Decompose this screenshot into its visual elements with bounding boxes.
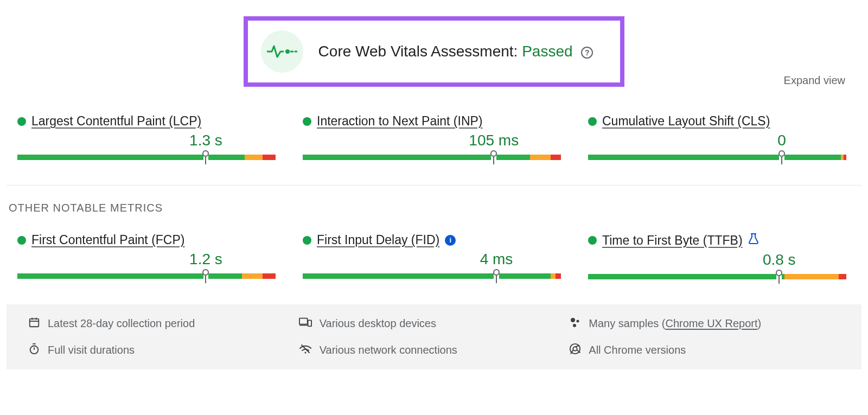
vitals-pulse-icon bbox=[261, 30, 303, 73]
bar-segment-red bbox=[551, 155, 561, 160]
metric-card: Largest Contentful Paint (LCP)1.3 s bbox=[17, 114, 276, 160]
section-divider bbox=[7, 185, 861, 186]
bar-segment-green-tail bbox=[208, 273, 242, 279]
calendar-icon bbox=[28, 316, 40, 331]
help-icon[interactable]: ? bbox=[581, 47, 593, 59]
chrome-ux-report-link[interactable]: Chrome UX Report bbox=[665, 317, 757, 329]
footer-collection-period: Latest 28-day collection period bbox=[28, 316, 299, 331]
metric-header: First Input Delay (FID)i bbox=[303, 233, 561, 247]
samples-icon bbox=[569, 316, 581, 331]
svg-point-6 bbox=[577, 320, 579, 323]
bar-segment-red bbox=[556, 273, 561, 279]
devices-icon bbox=[299, 316, 312, 331]
expand-view-link[interactable]: Expand view bbox=[784, 74, 845, 87]
footer-network: Various network connections bbox=[299, 343, 570, 357]
distribution-bar bbox=[303, 273, 561, 279]
bar-marker bbox=[490, 150, 497, 157]
metric-name-link[interactable]: Cumulative Layout Shift (CLS) bbox=[602, 114, 770, 129]
metric-bar-wrap bbox=[303, 136, 561, 160]
bar-segment-green-tail bbox=[208, 155, 245, 160]
bar-marker bbox=[493, 269, 500, 276]
assessment-status: Passed bbox=[522, 43, 572, 60]
footer-chrome: All Chrome versions bbox=[569, 343, 840, 357]
metric-body: 0 bbox=[588, 136, 846, 160]
svg-rect-2 bbox=[30, 319, 39, 327]
bar-segment-green-main bbox=[17, 155, 203, 160]
assessment-label: Core Web Vitals Assessment: bbox=[318, 43, 518, 60]
assessment-text: Core Web Vitals Assessment: Passed ? bbox=[318, 43, 593, 60]
metric-name-link[interactable]: Interaction to Next Paint (INP) bbox=[317, 114, 483, 129]
metric-card: First Contentful Paint (FCP)1.2 s bbox=[17, 233, 276, 279]
distribution-bar bbox=[588, 274, 846, 279]
svg-point-8 bbox=[30, 346, 39, 354]
metric-bar-wrap bbox=[17, 136, 276, 160]
metric-bar-wrap bbox=[17, 255, 276, 279]
footer-network-text: Various network connections bbox=[320, 344, 457, 356]
footer-durations-text: Full visit durations bbox=[48, 344, 135, 356]
bar-marker bbox=[778, 150, 785, 157]
bar-segment-green-main bbox=[588, 155, 779, 160]
status-dot bbox=[588, 236, 597, 245]
footer-chrome-text: All Chrome versions bbox=[589, 344, 686, 356]
metric-card: Cumulative Layout Shift (CLS)0 bbox=[588, 114, 846, 160]
bar-segment-orange bbox=[242, 273, 263, 279]
metric-body: 1.2 s bbox=[17, 255, 276, 279]
other-metrics-row: First Contentful Paint (FCP)1.2 sFirst I… bbox=[7, 233, 861, 279]
svg-rect-3 bbox=[299, 318, 308, 324]
bar-marker bbox=[202, 150, 209, 157]
info-icon[interactable]: i bbox=[445, 235, 456, 246]
metric-name-link[interactable]: First Input Delay (FID) bbox=[317, 233, 439, 247]
metric-card: First Input Delay (FID)i4 ms bbox=[303, 233, 561, 279]
metadata-footer: Latest 28-day collection period Various … bbox=[7, 304, 861, 369]
distribution-bar bbox=[17, 155, 276, 160]
metric-header: Cumulative Layout Shift (CLS) bbox=[588, 114, 846, 129]
metric-body: 1.3 s bbox=[17, 136, 276, 160]
bar-segment-red bbox=[263, 273, 276, 279]
distribution-bar bbox=[17, 273, 276, 279]
distribution-bar bbox=[588, 155, 846, 160]
bar-marker bbox=[776, 270, 782, 276]
bar-marker bbox=[202, 269, 209, 276]
bar-segment-green-tail bbox=[496, 155, 530, 160]
bar-segment-red bbox=[844, 155, 846, 160]
distribution-bar bbox=[303, 155, 561, 160]
stopwatch-icon bbox=[28, 343, 40, 357]
bar-segment-orange bbox=[245, 155, 263, 160]
bar-segment-orange bbox=[784, 274, 839, 279]
metric-name-link[interactable]: Time to First Byte (TTFB) bbox=[602, 233, 743, 248]
svg-point-7 bbox=[573, 324, 576, 327]
status-dot bbox=[588, 117, 597, 126]
bar-segment-green-main bbox=[303, 155, 491, 160]
svg-point-5 bbox=[571, 318, 575, 322]
metric-name-link[interactable]: Largest Contentful Paint (LCP) bbox=[31, 114, 201, 129]
bar-segment-green-main bbox=[17, 273, 203, 279]
status-dot bbox=[303, 117, 311, 126]
metric-header: First Contentful Paint (FCP) bbox=[17, 233, 276, 247]
other-metrics-heading: OTHER NOTABLE METRICS bbox=[9, 202, 861, 214]
metric-bar-wrap bbox=[588, 256, 846, 279]
footer-devices-text: Various desktop devices bbox=[320, 317, 436, 330]
metric-header: Largest Contentful Paint (LCP) bbox=[17, 114, 276, 129]
footer-collection-text: Latest 28-day collection period bbox=[48, 317, 195, 330]
core-metrics-row: Largest Contentful Paint (LCP)1.3 sInter… bbox=[7, 114, 861, 160]
footer-samples-text: Many samples (Chrome UX Report) bbox=[589, 317, 761, 330]
status-dot bbox=[303, 236, 311, 245]
footer-samples: Many samples (Chrome UX Report) bbox=[569, 316, 840, 331]
svg-rect-4 bbox=[308, 320, 311, 326]
footer-devices: Various desktop devices bbox=[299, 316, 570, 331]
cwv-assessment-box: Core Web Vitals Assessment: Passed ? bbox=[244, 16, 625, 87]
flask-icon bbox=[748, 233, 759, 248]
metric-body: 0.8 s bbox=[588, 256, 846, 279]
svg-point-12 bbox=[573, 347, 577, 350]
status-dot bbox=[17, 117, 26, 126]
metric-header: Interaction to Next Paint (INP) bbox=[303, 114, 561, 129]
chrome-icon bbox=[569, 343, 581, 357]
metric-card: Time to First Byte (TTFB)0.8 s bbox=[588, 233, 846, 279]
bar-segment-red bbox=[263, 155, 276, 160]
metric-header: Time to First Byte (TTFB) bbox=[588, 233, 846, 248]
metric-name-link[interactable]: First Contentful Paint (FCP) bbox=[31, 233, 184, 247]
bar-segment-green-tail bbox=[499, 273, 551, 279]
bar-segment-green-main bbox=[588, 274, 776, 279]
metric-bar-wrap bbox=[303, 255, 561, 279]
status-dot bbox=[17, 236, 26, 245]
